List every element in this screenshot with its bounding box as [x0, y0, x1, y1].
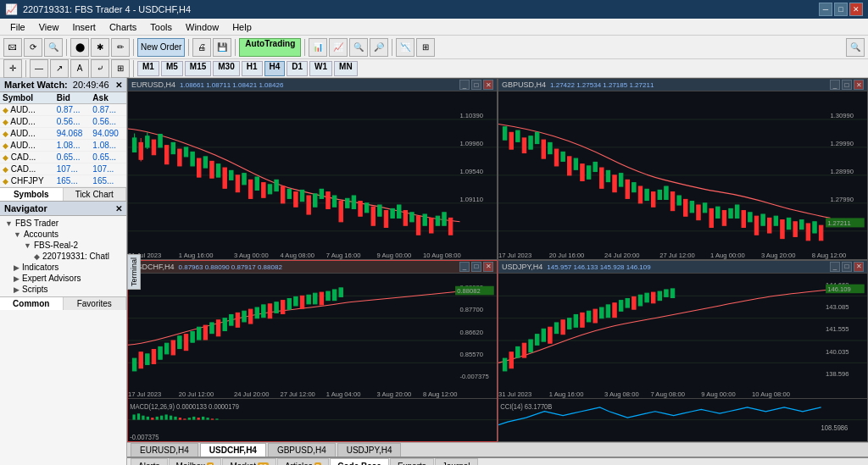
autotrading-button[interactable]: AutoTrading [239, 38, 301, 57]
mw-row[interactable]: ◆ AUD... 0.87... 0.87... [0, 104, 126, 116]
nav-tree-item[interactable]: ▶Expert Advisors [2, 273, 125, 284]
toolbar-indicators[interactable]: 📉 [396, 38, 415, 57]
chart-tab-gbpusd[interactable]: GBPUSD,H4 [268, 443, 336, 457]
bottom-tab-codebase[interactable]: Code Base [330, 458, 389, 465]
nav-tab-favorites[interactable]: Favorites [64, 297, 127, 310]
toolbar-btn-3[interactable]: 🔍 [44, 38, 63, 57]
period-w1[interactable]: W1 [309, 61, 332, 76]
bottom-tab-journal[interactable]: Journal [435, 458, 478, 465]
terminal-side-tab[interactable]: Terminal [127, 253, 141, 289]
chart-eurusd-close[interactable]: ✕ [483, 80, 493, 90]
chart-gbpusd-title: GBPUSD,H4 1.27422 1.27534 1.27185 1.2721… [502, 80, 654, 89]
mw-tab-symbols[interactable]: Symbols [0, 188, 64, 201]
chart-gbpusd-minimize[interactable]: _ [830, 80, 840, 90]
nav-tree-item[interactable]: ◆220719331: Chatl [2, 251, 125, 262]
toolbar-zoom-out[interactable]: 🔎 [370, 38, 388, 57]
toolbar-zoom-in[interactable]: 🔍 [349, 38, 368, 57]
menu-charts[interactable]: Charts [103, 20, 143, 34]
period-mn[interactable]: MN [334, 61, 358, 76]
bottom-tab-experts[interactable]: Experts [390, 458, 434, 465]
chart-tab-eurusd[interactable]: EURUSD,H4 [131, 443, 198, 457]
toolbar-save[interactable]: 💾 [213, 38, 231, 57]
menu-file[interactable]: File [3, 20, 32, 34]
text-tool[interactable]: A [70, 59, 89, 78]
chart-tab-usdchf[interactable]: USDCHF,H4 [200, 443, 266, 457]
svg-rect-112 [703, 203, 706, 213]
nav-tree-item[interactable]: ▶Indicators [2, 262, 125, 273]
nav-tab-common[interactable]: Common [0, 297, 64, 310]
toolbar-btn-4[interactable]: ⬤ [70, 38, 89, 57]
mw-tab-tickchart[interactable]: Tick Chart [64, 188, 127, 201]
period-h1[interactable]: H1 [242, 61, 263, 76]
nav-tree-item[interactable]: ▶Scripts [2, 284, 125, 295]
bottom-tab-articles[interactable]: Articles5 [277, 458, 329, 465]
chart-usdchf-close[interactable]: ✕ [483, 262, 493, 272]
mw-row[interactable]: ◆ CAD... 107... 107... [0, 163, 126, 175]
mw-row[interactable]: ◆ CAD... 0.65... 0.65... [0, 152, 126, 163]
menu-view[interactable]: View [32, 20, 66, 34]
new-order-button[interactable]: New Order [137, 38, 185, 57]
market-watch-close[interactable]: ✕ [115, 80, 122, 90]
period-m15[interactable]: M15 [185, 61, 211, 76]
chart-tab-usdjpy[interactable]: USDJPY,H4 [337, 443, 402, 457]
close-button[interactable]: ✕ [849, 3, 863, 16]
chart-eurusd-body: 1.10390 1.09960 1.09540 1.09110 [128, 91, 497, 259]
period-d1[interactable]: D1 [287, 61, 308, 76]
toolbar-btn-6[interactable]: ✏ [111, 38, 130, 57]
mw-row[interactable]: ◆ AUD... 94.068 94.090 [0, 128, 126, 140]
chart-eurusd-minimize[interactable]: _ [459, 80, 470, 90]
period-m1[interactable]: M1 [137, 61, 159, 76]
chart-usdjpy-minimize[interactable]: _ [830, 262, 840, 272]
chart-usdjpy-title: USDJPY,H4 145.957 146.133 145.928 146.10… [502, 263, 651, 271]
chart-eurusd-maximize[interactable]: □ [471, 80, 481, 90]
chart-usdchf-minimize[interactable]: _ [459, 262, 470, 272]
window-title: 220719331: FBS Trader 4 - USDCHF,H4 [23, 4, 191, 14]
nav-tree-item[interactable]: ▼Accounts [2, 229, 125, 240]
menu-window[interactable]: Window [179, 20, 225, 34]
crosshair-tool[interactable]: ✛ [3, 59, 22, 78]
bottom-tab-market[interactable]: Market93 [222, 458, 275, 465]
ray-tool[interactable]: ↗ [50, 59, 69, 78]
left-panel: Market Watch: 20:49:46 ✕ Symbol Bid Ask … [0, 78, 127, 465]
period-m30[interactable]: M30 [213, 61, 239, 76]
toolbar-btn-2[interactable]: ⟳ [24, 38, 42, 57]
arrow-tool[interactable]: ⤶ [91, 59, 109, 78]
svg-rect-39 [307, 196, 310, 214]
minimize-button[interactable]: ─ [819, 3, 832, 16]
period-h4[interactable]: H4 [264, 61, 286, 76]
mw-row[interactable]: ◆ AUD... 0.56... 0.56... [0, 116, 126, 128]
menu-insert[interactable]: Insert [65, 20, 103, 34]
chart-tabs: EURUSD,H4 USDCHF,H4 GBPUSD,H4 USDJPY,H4 [127, 442, 868, 457]
toolbar-chart1[interactable]: 📊 [309, 38, 327, 57]
toolbar-btn-5[interactable]: ✱ [91, 38, 109, 57]
mw-row[interactable]: ◆ CHFJPY 165... 165... [0, 175, 126, 187]
period-tool[interactable]: ⊞ [111, 59, 130, 78]
mw-row[interactable]: ◆ AUD... 1.08... 1.08... [0, 140, 126, 152]
nav-tree-item[interactable]: ▼FBS Trader [2, 218, 125, 229]
chart-usdjpy-maximize[interactable]: □ [842, 262, 852, 272]
menu-help[interactable]: Help [225, 20, 259, 34]
svg-rect-115 [722, 211, 726, 226]
period-m5[interactable]: M5 [161, 61, 183, 76]
toolbar-print[interactable]: 🖨 [192, 38, 211, 57]
toolbar-templates[interactable]: ⊞ [416, 38, 435, 57]
svg-rect-52 [391, 208, 394, 218]
toolbar-search[interactable]: 🔍 [846, 38, 865, 57]
toolbar-btn-1[interactable]: 🖂 [3, 38, 22, 57]
chart-eurusd-titlebar: EURUSD,H4 1.08661 1.08711 1.08421 1.0842… [128, 79, 497, 91]
line-tool[interactable]: — [30, 59, 48, 78]
chart-gbpusd-close[interactable]: ✕ [854, 80, 864, 90]
nav-tree-item[interactable]: ▼FBS-Real-2 [2, 240, 125, 251]
svg-rect-178 [332, 290, 336, 301]
menu-tools[interactable]: Tools [143, 20, 179, 34]
maximize-button[interactable]: □ [834, 3, 848, 16]
svg-rect-157 [198, 327, 201, 340]
navigator-close[interactable]: ✕ [115, 204, 122, 213]
toolbar-chart2[interactable]: 📈 [329, 38, 348, 57]
chart-gbpusd-maximize[interactable]: □ [842, 80, 852, 90]
chart-usdjpy-close[interactable]: ✕ [854, 262, 864, 272]
svg-text:31 Jul 2023: 31 Jul 2023 [498, 390, 531, 398]
bottom-tab-mailbox[interactable]: Mailbox7 [169, 458, 222, 465]
chart-usdchf-maximize[interactable]: □ [471, 262, 481, 272]
bottom-tab-alerts[interactable]: Alerts [131, 458, 168, 465]
